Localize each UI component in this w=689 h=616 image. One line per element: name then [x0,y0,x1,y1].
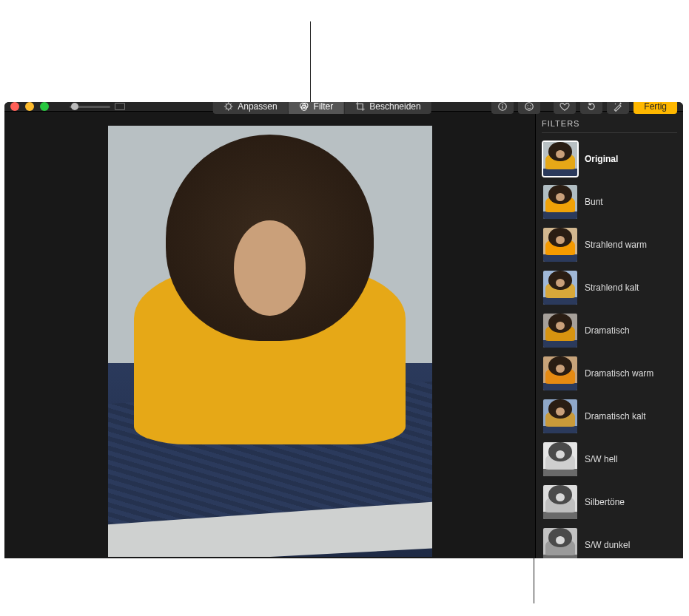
toolbar-right: Fertig [491,102,677,114]
filter-option-label: Dramatisch kalt [585,411,646,422]
svg-point-8 [528,105,528,106]
filter-option-label: Original [585,154,618,164]
filter-option-label: S/W hell [585,454,618,464]
info-icon [497,102,508,112]
filters-panel: FILTERS OriginalBuntStrahlend warmStrahl… [535,112,683,558]
filter-option[interactable]: Strahlend warm [542,226,677,263]
adjust-tab[interactable]: Anpassen [212,102,288,114]
filter-list: OriginalBuntStrahlend warmStrahlend kalt… [542,141,677,558]
photos-edit-window: Anpassen Filter Beschneiden [4,102,683,558]
face-icon [524,102,534,112]
filter-option[interactable]: Strahlend kalt [542,269,677,306]
filter-thumbnail [543,185,577,219]
faces-button[interactable] [518,102,540,114]
filter-label: Filter [314,102,334,112]
filter-thumbnail [543,314,577,348]
filter-thumbnail [543,442,577,476]
filters-panel-title: FILTERS [542,119,677,128]
photo-preview [108,126,432,557]
editor-body: FILTERS OriginalBuntStrahlend warmStrahl… [4,112,683,558]
filter-option-label: Strahlend kalt [585,282,639,293]
auto-enhance-button[interactable] [607,102,629,114]
window-controls [10,102,49,111]
filter-option[interactable]: Dramatisch warm [542,355,677,392]
done-button[interactable]: Fertig [633,102,677,114]
crop-label: Beschneiden [369,102,420,112]
rotate-button[interactable] [580,102,602,114]
magic-wand-icon [613,102,623,112]
filter-option-label: Strahlend warm [585,240,647,250]
filter-option-label: Dramatisch [585,325,630,336]
callout-line-top [310,21,311,105]
svg-point-0 [226,104,231,109]
adjust-icon [223,102,233,112]
svg-rect-6 [503,106,503,109]
titlebar: Anpassen Filter Beschneiden [4,102,683,112]
callout-line-bottom [534,552,534,603]
filter-option[interactable]: Dramatisch [542,312,677,349]
filter-thumbnail [543,485,577,519]
done-label: Fertig [644,102,667,112]
photo-canvas[interactable] [4,112,535,558]
filter-option-label: S/W dunkel [585,540,630,550]
filter-option[interactable]: S/W dunkel [542,527,677,558]
filter-option[interactable]: S/W hell [542,441,677,478]
close-window-button[interactable] [10,102,19,111]
zoom-fit-icon [115,103,125,110]
filter-thumbnail [543,271,577,305]
filter-option-label: Silbertöne [585,497,625,507]
heart-icon [559,102,570,112]
minimize-window-button[interactable] [25,102,34,111]
filter-option-label: Dramatisch warm [585,368,653,379]
filter-thumbnail [543,528,577,558]
zoom-track [70,106,110,108]
edit-mode-segmented-control: Anpassen Filter Beschneiden [212,102,431,114]
filter-option[interactable]: Bunt [542,183,677,220]
filter-thumbnail [543,356,577,390]
filter-option-label: Bunt [585,197,603,207]
favorite-button[interactable] [554,102,576,114]
filter-icon [299,102,309,112]
filter-option[interactable]: Original [542,141,677,177]
divider [542,132,677,133]
zoom-slider[interactable] [70,103,125,110]
svg-point-5 [503,104,504,106]
crop-tab[interactable]: Beschneiden [344,102,431,114]
rotate-icon [586,102,596,112]
filter-tab[interactable]: Filter [289,102,345,114]
svg-point-9 [530,105,531,106]
zoom-window-button[interactable] [40,102,49,111]
crop-icon [354,102,365,112]
filter-thumbnail [543,228,577,262]
zoom-thumb[interactable] [71,103,78,110]
filter-option[interactable]: Dramatisch kalt [542,398,677,435]
info-button[interactable] [491,102,514,114]
adjust-label: Anpassen [238,102,277,112]
filter-thumbnail [543,142,577,176]
filter-thumbnail [543,399,577,433]
filter-option[interactable]: Silbertöne [542,484,677,521]
svg-point-7 [525,103,534,111]
